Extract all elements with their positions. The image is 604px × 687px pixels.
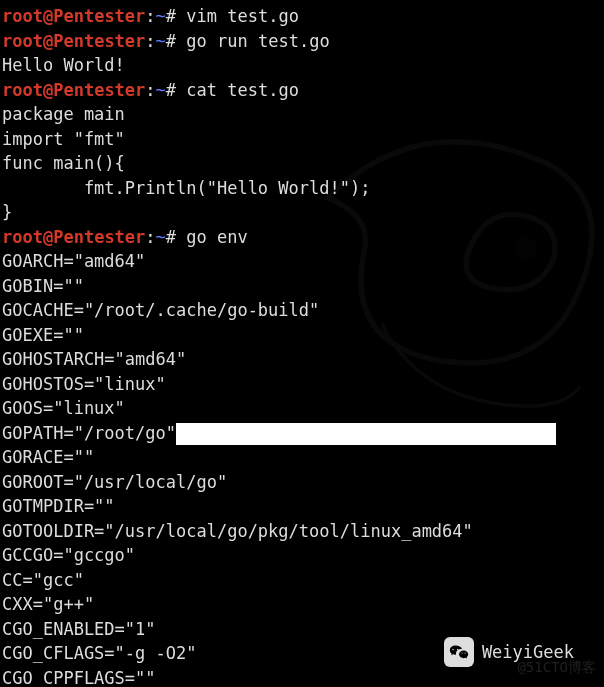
env-line: GOHOSTOS="linux" xyxy=(2,372,602,397)
prompt-line: root@Pentester:~# go env xyxy=(2,225,602,250)
env-line: CXX="g++" xyxy=(2,592,602,617)
env-line: GOBIN="" xyxy=(2,274,602,299)
code-line: func main(){ xyxy=(2,151,602,176)
env-line: GOCACHE="/root/.cache/go-build" xyxy=(2,298,602,323)
env-line: GOROOT="/usr/local/go" xyxy=(2,470,602,495)
env-line: GOEXE="" xyxy=(2,323,602,348)
env-line: CC="gcc" xyxy=(2,568,602,593)
code-line: package main xyxy=(2,102,602,127)
terminal-output[interactable]: root@Pentester:~# vim test.go root@Pente… xyxy=(0,0,604,687)
env-line: GOHOSTARCH="amd64" xyxy=(2,347,602,372)
watermark-ghost: @51CTO博客 xyxy=(517,655,596,680)
env-line: GORACE="" xyxy=(2,445,602,470)
env-line: GCCGO="gccgo" xyxy=(2,543,602,568)
env-line: GOTOOLDIR="/usr/local/go/pkg/tool/linux_… xyxy=(2,519,602,544)
output-line: Hello World! xyxy=(2,53,602,78)
user-host: root xyxy=(2,6,43,26)
prompt-line: root@Pentester:~# go run test.go xyxy=(2,29,602,54)
selection-highlight xyxy=(176,423,556,445)
gopath-highlighted-line: GOPATH="/root/go" xyxy=(2,421,602,446)
env-line: CGO_CPPFLAGS="" xyxy=(2,666,602,688)
env-line: GOARCH="amd64" xyxy=(2,249,602,274)
code-line: import "fmt" xyxy=(2,127,602,152)
env-line: GOOS="linux" xyxy=(2,396,602,421)
prompt-line: root@Pentester:~# cat test.go xyxy=(2,78,602,103)
env-line: GOTMPDIR="" xyxy=(2,494,602,519)
code-line: } xyxy=(2,200,602,225)
wechat-icon xyxy=(444,637,474,667)
code-line: fmt.Println("Hello World!"); xyxy=(2,176,602,201)
prompt-line: root@Pentester:~# vim test.go xyxy=(2,4,602,29)
